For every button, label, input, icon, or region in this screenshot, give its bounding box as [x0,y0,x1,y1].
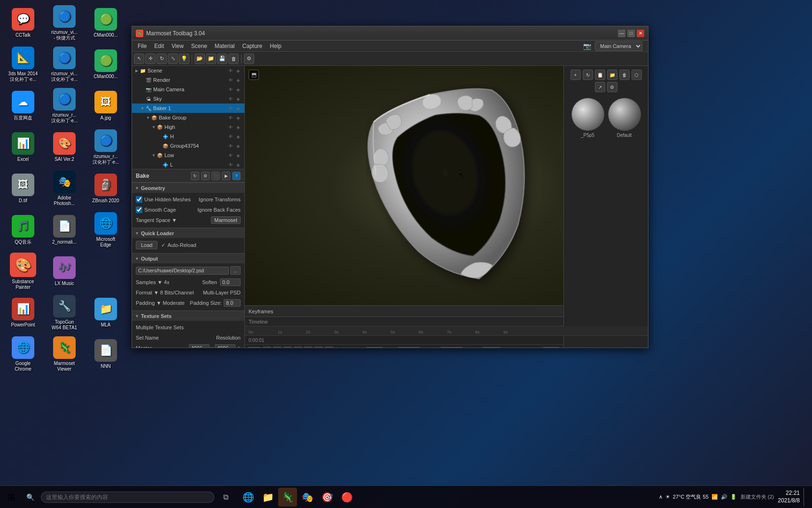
group43754-eye[interactable]: 👁 [227,143,234,149]
tree-item-camera[interactable]: 📷 Main Camera 👁 ◈ [132,85,244,94]
tl-play-btn[interactable]: ▶ [304,347,312,348]
smooth-cage-check[interactable] [136,206,142,213]
tree-item-render[interactable]: 🎬 Render 👁 ◈ [132,75,244,85]
geometry-section-header[interactable]: ▼ Geometry [132,183,244,193]
taskbar-app6-btn[interactable]: 🔴 [337,488,356,507]
tree-item-sky[interactable]: 🌤 Sky 👁 ◈ [132,94,244,103]
desktop-icon-mla[interactable]: 📁 MLA [85,292,126,333]
mat-btn1[interactable]: + [570,70,581,80]
tl-stop-btn[interactable]: ⬛ [273,347,281,348]
taskbar-edge-btn[interactable]: 🌐 [239,488,258,507]
desktop-icon-rizumuv4[interactable]: 🔵 rizumuv_r...汉化补丁·e... [85,127,126,168]
desktop-icon-lxmusic[interactable]: 🎶 LX Music [44,251,85,292]
desktop-icon-chrome[interactable]: 🌐 GoogleChrome [2,333,44,375]
render-eye[interactable]: 👁 [227,77,234,83]
show-desktop-btn[interactable] [804,488,806,507]
desktop-icon-rizumuv3[interactable]: 🔵 rizumuv_r...汉化补丁·e... [44,85,85,127]
viewport-left-icon[interactable]: ⬒ [249,70,259,80]
toolbar-settings[interactable]: ⚙ [244,54,254,64]
start-btn[interactable]: ⊞ [0,486,23,508]
menu-scene[interactable]: Scene [187,42,211,50]
mat-btn2[interactable]: ↻ [583,70,593,80]
desktop-icon-2normal[interactable]: 📄 2_normali... [44,209,85,251]
bake-speed-input[interactable] [543,347,560,348]
desktop-icon-powerpnt[interactable]: 📊 PowerPoint [2,292,44,333]
toolbar-scale[interactable]: ⤡ [168,54,178,64]
taskbar-search-input[interactable] [41,492,214,503]
desktop-icon-topogun[interactable]: 🔧 TopoGunW64 BETA1 [44,292,85,333]
low-eye[interactable]: 👁 [227,152,234,159]
soften-input[interactable] [220,278,241,286]
desktop-icon-cctalk[interactable]: 💬 CCTalk [2,2,44,44]
tree-item-group43754[interactable]: 📦 Group43754 👁 ◈ [132,141,244,151]
tree-item-l[interactable]: 💠 L 👁 ◈ [132,160,244,169]
material-sphere-1[interactable] [571,98,604,131]
menu-material[interactable]: Material [211,42,239,50]
tree-item-h[interactable]: 💠 H 👁 ◈ [132,132,244,141]
tree-item-high[interactable]: ▼ 📦 High 👁 ◈ [132,122,244,132]
speed-input[interactable] [482,347,501,348]
tl-back-btn[interactable]: ⬅ [294,347,302,348]
tl-prev-btn[interactable]: ⏮ [283,347,292,348]
quick-loader-section-header[interactable]: ▼ Quick Loader [132,228,244,238]
bake-refresh-btn[interactable]: ↻ [191,172,199,180]
material-sphere-2[interactable] [608,98,641,131]
taskbar-marmoset-btn[interactable]: 🦎 [278,488,297,507]
mat-btn4[interactable]: 📁 [607,70,617,80]
desktop-icon-rizumuv1[interactable]: 🔵 rizumuv_vi...- 快捷方式 [44,2,85,44]
desktop-icon-dtif[interactable]: 🖼 D.tif [2,168,44,209]
tray-expand[interactable]: ∧ [659,494,663,500]
desktop-icon-msedge[interactable]: 🌐 MicrosoftEdge [85,209,126,251]
toolbar-save[interactable]: 💾 [217,54,227,64]
output-section-header[interactable]: ▼ Output [132,253,244,263]
mat-btn6[interactable]: ⬡ [632,70,642,80]
bake-stop-btn[interactable]: ⬛ [211,172,220,180]
mat-btn7[interactable]: ↗ [595,82,605,92]
fps-input[interactable] [398,347,420,348]
bake-play-btn[interactable]: ▶ [222,172,230,180]
output-path-input[interactable] [136,267,229,275]
toolbar-move[interactable]: ✛ [145,54,156,64]
tangent-space-value[interactable]: Marmoset [211,216,241,224]
tree-item-scene[interactable]: ▶ 📁 Scene 👁 ◈ [132,66,244,75]
bakegroup-eye[interactable]: 👁 [227,114,234,121]
tree-item-baker1[interactable]: ▼ 🔧 Baker 1 👁 ◈ [132,103,244,113]
desktop-icon-marmoset-viewer[interactable]: 🦎 MarmosetViewer [44,333,85,375]
toolbar-light[interactable]: 💡 [179,54,189,64]
desktop-icon-excel[interactable]: 📊 Excel [2,127,44,168]
taskbar-time[interactable]: 22:21 2021/8/8 [778,490,800,504]
tree-item-bakegroup[interactable]: ▼ 📦 Bake Group 👁 ◈ [132,113,244,122]
desktop-icon-cman[interactable]: 🟢 CMan000... [85,2,126,44]
desktop-icon-saiver2[interactable]: 🎨 SAI Ver.2 [44,127,85,168]
maximize-btn[interactable]: □ [627,30,635,37]
minimize-btn[interactable]: — [618,30,625,37]
menu-edit[interactable]: Edit [150,42,168,50]
desktop-icon-qqmusic[interactable]: 🎵 QQ音乐 [2,209,44,251]
scene-eye-icon[interactable]: 👁 [227,67,234,74]
menu-file[interactable]: File [134,42,150,50]
taskbar-explorer-btn[interactable]: 📁 [258,488,277,507]
tl-next-btn[interactable]: ⏭ [325,347,333,348]
frames-input[interactable] [366,347,383,348]
frame-input[interactable] [248,347,261,348]
load-button[interactable]: Load [136,241,157,249]
menu-help[interactable]: Help [266,42,285,50]
res-w-input[interactable] [189,344,210,348]
taskbar-app5-btn[interactable]: 🎯 [318,488,336,507]
toolbar-select[interactable]: ↖ [134,54,144,64]
output-browse-btn[interactable]: ... [230,266,241,275]
l-eye[interactable]: 👁 [227,161,234,168]
desktop-icon-cmanb[interactable]: 🟢 CMan000... [85,44,126,85]
tl-camera-btn[interactable]: 📷 [263,347,271,348]
desktop-icon-adobe[interactable]: 🎭 AdobePhotosh... [44,168,85,209]
mat-btn5[interactable]: 🗑 [619,70,630,80]
h-eye[interactable]: 👁 [227,133,234,140]
task-view-btn[interactable]: ⧉ [216,488,235,507]
toolbar-rotate[interactable]: ↻ [156,54,167,64]
bake-help-btn[interactable]: ? [232,172,241,180]
toolbar-folder[interactable]: 📁 [206,54,216,64]
tl-fwd-btn[interactable]: ➡ [314,347,323,348]
desktop-icon-baidu[interactable]: ☁ 百度网盘 [2,85,44,127]
close-btn[interactable]: ✕ [637,30,644,37]
desktop-icon-substance[interactable]: 🎨 SubstancePainter [2,251,44,292]
